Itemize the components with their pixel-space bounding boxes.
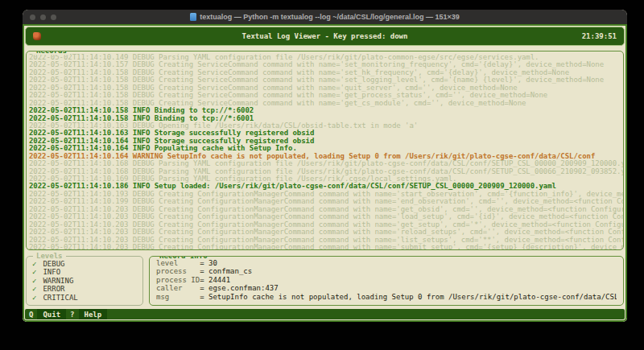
log-line[interactable]: 2022-05-02T11:14:10.168 DEBUG Parsing YA… [29, 160, 623, 167]
log-line[interactable]: 2022-05-02T11:14:10.163 INFO Storage suc… [29, 130, 623, 137]
log-line[interactable]: 2022-05-02T11:14:10.203 DEBUG Creating C… [29, 244, 623, 249]
log-line[interactable]: 2022-05-02T11:14:10.203 DEBUG Creating C… [29, 237, 623, 244]
key-action-label: Quit [37, 309, 66, 319]
log-line[interactable]: 2022-05-02T11:14:10.203 DEBUG Creating C… [29, 221, 623, 229]
app-header: Textual Log Viewer - Key pressed: down 2… [25, 27, 625, 46]
terminal-document-icon [190, 13, 196, 21]
checkmark-icon: ✓ [32, 277, 36, 285]
window-controls [30, 14, 56, 20]
log-line[interactable]: 2022-05-02T11:14:10.158 INFO Binding to … [29, 115, 623, 122]
desktop-background: textualog — Python -m textualog --log ~/… [0, 0, 644, 350]
level-label: DEBUG [43, 260, 64, 268]
key-hint: ? [66, 309, 78, 319]
log-line[interactable]: 2022-05-02T11:14:10.158 DEBUG Creating S… [29, 69, 623, 76]
window-title: textualog — Python -m textualog --log ~/… [190, 13, 460, 21]
minimize-window-button[interactable] [40, 14, 46, 20]
record-info-value: = 24441 [200, 276, 230, 284]
log-line[interactable]: 2022-05-02T11:14:10.193 DEBUG Creating C… [29, 191, 623, 198]
checkmark-icon: ✓ [32, 268, 36, 276]
app-title: Textual Log Viewer - Key pressed: down [26, 32, 624, 40]
record-info-key: msg [156, 293, 200, 301]
log-line[interactable]: 2022-05-02T11:14:10.149 DEBUG Parsing YA… [29, 54, 623, 61]
record-info-row: caller = egse.confman:437 [156, 284, 617, 292]
log-line[interactable]: 2022-05-02T11:14:10.158 INFO Binding to … [29, 107, 623, 114]
levels-panel-title: Levels [33, 252, 66, 260]
record-info-key: process ID [156, 276, 200, 284]
footer-binding[interactable]: ? Help [66, 309, 107, 319]
log-list[interactable]: 2022-05-02T11:14:10.149 DEBUG Parsing YA… [27, 51, 623, 249]
record-info-key: caller [156, 284, 200, 292]
textualog-app: Textual Log Viewer - Key pressed: down 2… [23, 24, 627, 322]
checkmark-icon: ✓ [32, 285, 36, 293]
record-info-panel-title: Record Info [156, 256, 211, 260]
record-info-row: level = 30 [156, 259, 617, 267]
log-line[interactable]: 2022-05-02T11:14:10.203 DEBUG Creating C… [29, 213, 623, 220]
log-line[interactable]: 2022-05-02T11:14:10.203 DEBUG Creating C… [29, 229, 623, 236]
record-info-value: = egse.confman:437 [200, 284, 279, 292]
record-info-row: msg = SetupInfo cache is not populated, … [156, 293, 617, 301]
level-checkbox[interactable]: ✓ INFO [32, 268, 137, 276]
terminal-window: textualog — Python -m textualog --log ~/… [23, 10, 627, 322]
log-line[interactable]: 2022-05-02T11:14:10.163 DEBUG Opening fi… [29, 122, 623, 130]
log-line[interactable]: 2022-05-02T11:14:10.157 DEBUG Creating S… [29, 61, 623, 68]
level-checkbox[interactable]: ✓ WARNING [32, 277, 137, 285]
log-line[interactable]: 2022-05-02T11:14:10.158 DEBUG Creating S… [29, 100, 623, 107]
level-checkbox[interactable]: ✓ ERROR [32, 285, 137, 293]
log-line[interactable]: 2022-05-02T11:14:10.199 DEBUG Creating C… [29, 198, 623, 205]
footer-binding[interactable]: Q Quit [25, 309, 66, 319]
level-checkbox[interactable]: ✓ CRITICAL [32, 294, 137, 302]
key-action-label: Help [79, 309, 108, 319]
close-window-button[interactable] [30, 14, 35, 20]
record-info-fields: level = 30 process = confman_cs process … [150, 257, 623, 301]
level-checkbox[interactable]: ✓ DEBUG [32, 260, 137, 268]
log-line[interactable]: 2022-05-02T11:14:10.186 INFO Setup loade… [29, 183, 623, 190]
record-info-key: process [156, 267, 200, 275]
record-info-key: level [156, 259, 200, 267]
key-hint: Q [25, 309, 37, 319]
log-line[interactable]: 2022-05-02T11:14:10.158 DEBUG Creating S… [29, 92, 623, 99]
log-line[interactable]: 2022-05-02T11:14:10.169 DEBUG Parsing YA… [29, 175, 623, 183]
log-line[interactable]: 2022-05-02T11:14:10.158 DEBUG Creating S… [29, 76, 623, 84]
record-info-value: = confman_cs [200, 267, 252, 275]
checkmark-icon: ✓ [32, 260, 36, 268]
record-info-value: = 30 [200, 259, 217, 267]
log-line[interactable]: 2022-05-02T11:14:10.158 DEBUG Creating S… [29, 84, 623, 92]
header-clock: 21:39:51 [582, 32, 617, 40]
record-info-panel: Record Info level = 30 process = confman… [149, 256, 624, 306]
level-label: INFO [43, 268, 60, 276]
level-label: CRITICAL [43, 294, 77, 302]
window-titlebar[interactable]: textualog — Python -m textualog --log ~/… [23, 10, 627, 24]
records-panel-title: Records [33, 51, 70, 55]
log-line[interactable]: 2022-05-02T11:14:10.168 DEBUG Parsing YA… [29, 168, 623, 175]
record-info-row: process ID = 24441 [156, 276, 617, 284]
log-line[interactable]: 2022-05-02T11:14:10.164 WARNING SetupInf… [29, 153, 623, 160]
log-line[interactable]: 2022-05-02T11:14:10.164 INFO Populating … [29, 145, 623, 152]
levels-panel[interactable]: Levels ✓ DEBUG ✓ INFO ✓ WARNING ✓ ERROR … [26, 256, 143, 306]
bottom-panels: Levels ✓ DEBUG ✓ INFO ✓ WARNING ✓ ERROR … [26, 256, 624, 306]
window-title-text: textualog — Python -m textualog --log ~/… [200, 13, 460, 21]
app-footer: Q Quit ? Help [25, 309, 625, 319]
zoom-window-button[interactable] [51, 14, 56, 20]
levels-list: ✓ DEBUG ✓ INFO ✓ WARNING ✓ ERROR ✓ CRITI… [27, 257, 142, 302]
record-info-row: process = confman_cs [156, 267, 617, 275]
level-label: ERROR [43, 285, 64, 293]
record-info-value: = SetupInfo cache is not populated, load… [200, 293, 617, 301]
log-line[interactable]: 2022-05-02T11:14:10.203 DEBUG Creating C… [29, 206, 623, 213]
records-panel[interactable]: Records 2022-05-02T11:14:10.149 DEBUG Pa… [26, 51, 624, 250]
log-line[interactable]: 2022-05-02T11:14:10.164 INFO Storage suc… [29, 138, 623, 145]
level-label: WARNING [43, 277, 73, 285]
checkmark-icon: ✓ [32, 294, 36, 302]
